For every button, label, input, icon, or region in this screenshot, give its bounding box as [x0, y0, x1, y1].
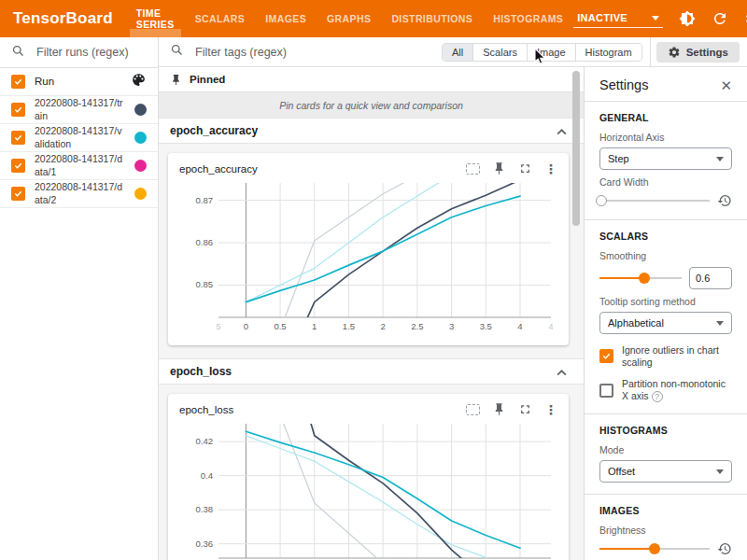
search-icon — [11, 44, 25, 62]
svg-text:2: 2 — [381, 321, 386, 331]
accuracy-chart[interactable]: 0.850.860.87500.511.522.533.544 — [179, 177, 557, 336]
fit-to-data-button[interactable] — [466, 163, 480, 175]
run-row-train[interactable]: 20220808-141317/train — [0, 96, 158, 124]
global-settings-button[interactable] — [743, 10, 747, 28]
partition-x-axis-checkbox[interactable] — [599, 384, 613, 398]
svg-text:0.87: 0.87 — [196, 195, 214, 205]
svg-text:0: 0 — [244, 321, 248, 331]
card-width-slider[interactable] — [599, 194, 710, 207]
reset-card-width-button[interactable] — [717, 193, 732, 208]
run-checkbox[interactable] — [11, 131, 25, 145]
tab-scalars[interactable]: SCALARS — [185, 0, 256, 37]
tooltip-sorting-value: Alphabetical — [608, 317, 664, 329]
dark-mode-toggle-button[interactable] — [678, 10, 696, 28]
check-icon — [13, 77, 23, 87]
section-header-epoch-accuracy[interactable]: epoch_accuracy — [159, 118, 584, 144]
chevron-down-icon — [716, 321, 724, 326]
chip-all[interactable]: All — [443, 44, 472, 61]
tab-graphs[interactable]: GRAPHS — [317, 0, 381, 37]
tensorboard-app: TensorBoard TIME SERIES SCALARS IMAGES G… — [0, 0, 747, 560]
card-zone: epoch_loss ⋮ 0.360.380.40.4200.511.522.5… — [159, 385, 584, 560]
histogram-mode-select[interactable]: Offset — [599, 460, 732, 483]
svg-text:5: 5 — [216, 321, 220, 331]
svg-text:0.4: 0.4 — [201, 470, 213, 481]
card-width-label: Card Width — [599, 176, 732, 188]
select-all-runs-checkbox[interactable] — [11, 75, 25, 89]
settings-section-histograms: HISTOGRAMS Mode Offset — [585, 414, 747, 495]
partition-x-axis-label: Partition non-monotonic X axis? — [622, 378, 732, 402]
pinned-label: Pinned — [190, 74, 225, 85]
fullscreen-icon — [518, 161, 532, 175]
horizontal-axis-value: Step — [608, 153, 629, 164]
section-heading: GENERAL — [599, 112, 732, 123]
fit-to-data-button[interactable] — [466, 404, 480, 415]
chevron-down-icon — [716, 469, 724, 474]
settings-toggle-button[interactable]: Settings — [656, 42, 740, 63]
run-row-data-1[interactable]: 20220808-141317/data/1 — [0, 152, 158, 180]
tooltip-sorting-select[interactable]: Alphabetical — [599, 312, 732, 334]
fit-domain-icon — [466, 163, 480, 175]
settings-section-general: GENERAL Horizontal Axis Step Card Width — [585, 102, 747, 220]
check-icon — [13, 133, 23, 143]
tag-filter — [170, 43, 436, 61]
check-icon — [13, 105, 23, 115]
runs-sidebar: Run 20220808-141317/train 20220808-14131… — [0, 37, 159, 560]
settings-section-images: IMAGES Brightness Contrast — [585, 495, 747, 560]
svg-text:4: 4 — [548, 321, 553, 331]
reset-brightness-button[interactable] — [717, 541, 732, 556]
run-row-validation[interactable]: 20220808-141317/validation — [0, 124, 158, 152]
run-checkbox[interactable] — [11, 103, 25, 117]
chevron-up-icon[interactable] — [557, 363, 567, 380]
loss-chart[interactable]: 0.360.380.40.4200.511.522.533.54 — [179, 418, 557, 560]
smoothing-slider[interactable] — [599, 272, 682, 285]
tab-time-series[interactable]: TIME SERIES — [126, 0, 185, 37]
tab-distributions[interactable]: DISTRIBUTIONS — [381, 0, 483, 37]
partition-x-axis-row[interactable]: Partition non-monotonic X axis? — [599, 378, 732, 402]
brightness-slider[interactable] — [599, 542, 710, 555]
run-checkbox[interactable] — [11, 187, 25, 201]
chip-scalars[interactable]: Scalars — [472, 44, 527, 61]
tab-histograms[interactable]: HISTOGRAMS — [483, 0, 573, 37]
tab-images[interactable]: IMAGES — [255, 0, 317, 37]
smoothing-value-input[interactable] — [689, 267, 732, 289]
run-filter — [0, 37, 158, 68]
run-row-data-2[interactable]: 20220808-141317/data/2 — [0, 180, 158, 208]
tag-toolbar: All Scalars Image Histogram Settings — [159, 37, 747, 67]
topbar-actions: INACTIVE — [573, 9, 747, 28]
run-checkbox[interactable] — [11, 159, 25, 173]
pin-card-button[interactable] — [492, 402, 506, 416]
vertical-scrollbar-thumb[interactable] — [572, 71, 580, 226]
run-label: 20220808-141317/data/1 — [35, 153, 125, 178]
ignore-outliers-checkbox[interactable] — [599, 349, 613, 363]
chevron-up-icon[interactable] — [557, 122, 567, 139]
run-filter-input[interactable] — [35, 45, 147, 60]
pin-card-button[interactable] — [492, 161, 506, 175]
top-app-bar: TensorBoard TIME SERIES SCALARS IMAGES G… — [0, 0, 747, 37]
fit-domain-icon — [466, 404, 480, 415]
tag-filter-input[interactable] — [193, 45, 436, 60]
fullscreen-button[interactable] — [518, 161, 532, 175]
fullscreen-button[interactable] — [518, 402, 532, 416]
chevron-down-icon — [652, 16, 659, 21]
svg-text:2.5: 2.5 — [411, 321, 423, 331]
card-title: epoch_accuracy — [179, 163, 466, 175]
svg-text:1: 1 — [312, 321, 317, 331]
run-color-dot — [134, 160, 147, 172]
svg-text:0.36: 0.36 — [196, 539, 214, 549]
close-icon[interactable]: ✕ — [720, 78, 732, 92]
ignore-outliers-row[interactable]: Ignore outliers in chart scaling — [599, 344, 732, 368]
pinned-section-header: Pinned — [159, 67, 584, 91]
horizontal-axis-select[interactable]: Step — [599, 147, 732, 170]
card-menu-button[interactable]: ⋮ — [544, 403, 557, 416]
gear-icon — [668, 46, 681, 59]
card-menu-button[interactable]: ⋮ — [544, 162, 557, 175]
chip-histogram[interactable]: Histogram — [575, 44, 641, 61]
refresh-icon — [712, 10, 728, 27]
section-header-epoch-loss[interactable]: epoch_loss — [159, 358, 584, 385]
reload-status-select[interactable]: INACTIVE — [573, 9, 663, 28]
refresh-button[interactable] — [711, 10, 728, 28]
reload-status-value: INACTIVE — [577, 12, 627, 23]
run-color-dot — [134, 104, 147, 116]
chevron-down-icon — [716, 157, 724, 161]
chip-image[interactable]: Image — [527, 44, 575, 61]
